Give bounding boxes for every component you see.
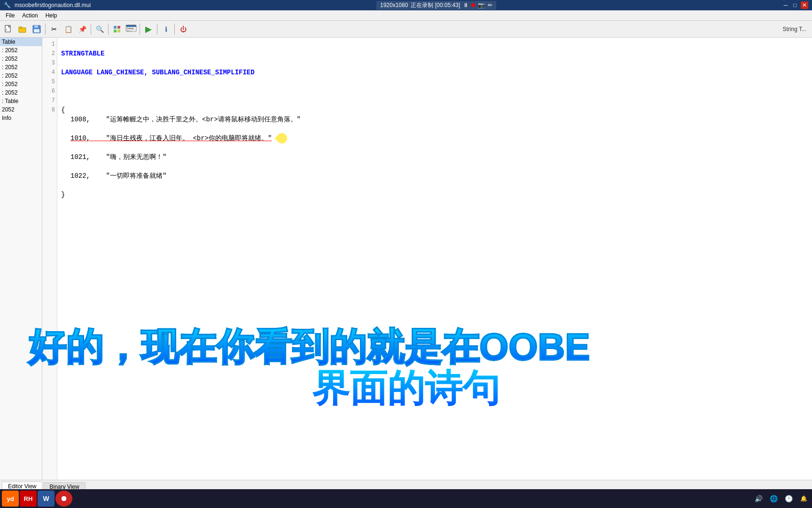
- toolbar-resource[interactable]: [110, 23, 124, 36]
- code-line-2: STRINGTABLE: [61, 49, 808, 58]
- code-line-13: 1021, "嗨，别来无恙啊！": [61, 152, 808, 162]
- code-line-16: [61, 181, 808, 190]
- maximize-button[interactable]: □: [791, 1, 799, 9]
- line-num-6: 6: [42, 87, 57, 96]
- code-content[interactable]: STRINGTABLE LANGUAGE LANG_CHINESE, SUBLA…: [57, 38, 812, 481]
- recording-indicator: 1920x1080 正在录制 [00:05:43] ⏸ 📷 ✏: [376, 1, 496, 10]
- svg-rect-11: [117, 30, 120, 32]
- sidebar-item-2[interactable]: : 2052: [0, 55, 42, 63]
- taskbar-sys-icon-3[interactable]: 🕐: [782, 492, 795, 505]
- sidebar-item-7[interactable]: 2052: [0, 105, 42, 114]
- line-num-2: 2: [42, 49, 57, 58]
- toolbar-cut[interactable]: ✂: [47, 23, 61, 36]
- svg-rect-4: [19, 27, 22, 28]
- toolbar-save[interactable]: [30, 23, 43, 36]
- code-line-12: [61, 143, 808, 152]
- title-bar: 🔧 msoobefirstlogonaution.dll.mui 1920x10…: [0, 0, 812, 10]
- camera-icon[interactable]: 📷: [478, 2, 485, 8]
- menu-help[interactable]: Help: [42, 11, 61, 20]
- svg-rect-8: [114, 26, 117, 29]
- toolbar-copy[interactable]: 📋: [62, 23, 75, 36]
- sidebar: Table : 2052 : 2052 : 2052 : 2052 : 2052…: [0, 38, 42, 481]
- svg-rect-9: [117, 26, 120, 29]
- taskbar-rec[interactable]: ⏺: [55, 491, 72, 507]
- sidebar-item-table2[interactable]: : Table: [0, 97, 42, 105]
- code-line-6: [61, 87, 808, 96]
- toolbar-search[interactable]: 🔍: [93, 23, 106, 36]
- line-num-7: 7: [42, 96, 57, 105]
- line-num-8: 8: [42, 105, 57, 115]
- entry-1010: 1010, "海日生残夜，江春入旧年。 <br>你的电脑即将就绪。": [70, 133, 287, 143]
- toolbar: A ✂ 📋 📌 🔍 DialogMenu... ▶ ℹ ⏻ String T..…: [0, 21, 812, 38]
- line-num-3: 3: [42, 58, 57, 68]
- taskbar-rh[interactable]: RH: [20, 491, 37, 507]
- sidebar-item-1[interactable]: : 2052: [0, 46, 42, 55]
- string-table-label: String T...: [783, 26, 810, 32]
- taskbar-right: 🔊 🌐 🕐 🔔: [752, 492, 810, 505]
- code-line-5: [61, 77, 808, 87]
- code-line-11: 1010, "海日生残夜，江春入旧年。 <br>你的电脑即将就绪。": [61, 134, 808, 143]
- line-num-17: [42, 190, 57, 199]
- code-line-9: 1008, "运筹帷幄之中，决胜千里之外。<br>请将鼠标移动到任意角落。": [61, 115, 808, 124]
- toolbar-play[interactable]: ▶: [142, 23, 155, 36]
- taskbar-notification[interactable]: 🔔: [797, 492, 810, 505]
- code-line-14: [61, 162, 808, 171]
- line-num-10: [42, 124, 57, 134]
- line-num-9: [42, 115, 57, 124]
- sidebar-item-5[interactable]: : 2052: [0, 80, 42, 88]
- sep1: [45, 24, 46, 35]
- code-line-3: [61, 58, 808, 68]
- line-num-13: [42, 152, 57, 162]
- taskbar: yd RH W ⏺ 🔊 🌐 🕐 🔔: [0, 489, 812, 508]
- code-line-8: {: [61, 105, 808, 115]
- rec-dot: [471, 3, 475, 7]
- line-num-1: 1: [42, 40, 57, 49]
- resolution-label: 1920x1080: [380, 2, 408, 8]
- toolbar-open[interactable]: [16, 23, 29, 36]
- toolbar-new[interactable]: A: [2, 23, 15, 36]
- brace-close: }: [61, 190, 65, 199]
- sep3: [108, 24, 109, 35]
- recording-status: 正在录制 [00:05:43]: [411, 1, 460, 9]
- line-num-5: 5: [42, 77, 57, 87]
- line-num-16: [42, 181, 57, 190]
- sidebar-item-table[interactable]: Table: [0, 38, 42, 46]
- sidebar-item-3[interactable]: : 2052: [0, 63, 42, 71]
- edit-icon[interactable]: ✏: [488, 2, 492, 8]
- close-button[interactable]: ✕: [801, 1, 808, 9]
- code-line-1: [61, 40, 808, 49]
- entry-1022: 1022, "一切即将准备就绪": [70, 171, 166, 181]
- taskbar-sys-icon-2[interactable]: 🌐: [767, 492, 780, 505]
- sep2: [91, 24, 91, 35]
- toolbar-info[interactable]: ℹ: [159, 23, 172, 36]
- svg-rect-6: [34, 25, 38, 28]
- toolbar-dialog[interactable]: DialogMenu...: [125, 23, 138, 36]
- sidebar-item-6[interactable]: : 2052: [0, 88, 42, 97]
- line-num-11: [42, 134, 57, 143]
- editor-area: 1 2 3 4 5 6 7 8 STRINGTABLE: [42, 38, 812, 481]
- menu-action[interactable]: Action: [18, 11, 41, 20]
- title-bar-text: msoobefirstlogonaution.dll.mui: [15, 2, 91, 8]
- sep5: [157, 24, 157, 35]
- line-num-4: 4: [42, 68, 57, 77]
- menu-file[interactable]: File: [2, 11, 18, 20]
- overlay-line1: 好的，现在你看到的就是在OOBE: [28, 326, 784, 368]
- app-icon: 🔧: [4, 2, 11, 8]
- entry-1021: 1021, "嗨，别来无恙啊！": [70, 152, 166, 162]
- line-num-15: [42, 171, 57, 181]
- taskbar-yd[interactable]: yd: [2, 491, 19, 507]
- toolbar-power[interactable]: ⏻: [177, 23, 190, 36]
- sep4: [140, 24, 140, 35]
- taskbar-word[interactable]: W: [38, 491, 55, 507]
- taskbar-sys-icon-1[interactable]: 🔊: [752, 492, 765, 505]
- code-line-7: [61, 96, 808, 105]
- sidebar-item-4[interactable]: : 2052: [0, 71, 42, 80]
- sidebar-item-info[interactable]: Info: [0, 114, 42, 122]
- menu-bar: File Action Help: [0, 10, 812, 21]
- pause-icon[interactable]: ⏸: [463, 2, 468, 8]
- toolbar-paste[interactable]: 📌: [76, 23, 89, 36]
- brace-open: {: [61, 105, 65, 115]
- svg-text:Menu...: Menu...: [127, 30, 133, 32]
- minimize-button[interactable]: ─: [782, 1, 789, 9]
- main-content: Table : 2052 : 2052 : 2052 : 2052 : 2052…: [0, 38, 812, 481]
